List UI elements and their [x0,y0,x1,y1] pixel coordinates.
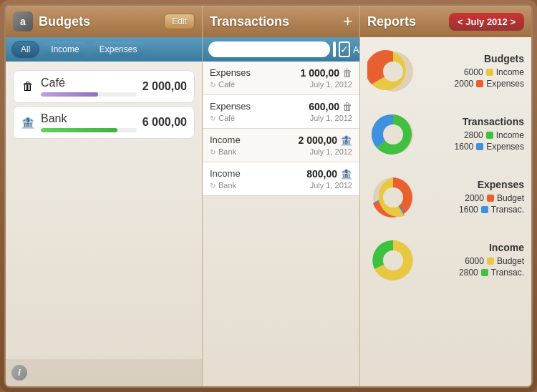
transaction-amount-row-2: 600,00 🗑 [309,101,352,112]
tab-all[interactable]: All [11,41,39,58]
bottom-info: i [6,359,202,386]
legend-transactions-expenses: 1600 Expenses [425,142,524,152]
transaction-source-3: ↻ Bank [210,147,236,156]
bank-sync-icon-3: 🏦 [340,134,352,146]
edit-button[interactable]: Edit [164,14,195,29]
budget-bar-fill-bank [41,128,117,132]
transaction-bottom-3: ↻ Bank July 1, 2012 [210,147,352,156]
legend-dot-income-budget [487,258,494,265]
transaction-top-1: Expenses 1 000,00 🗑 [210,67,352,79]
budget-bar-bank [41,128,137,132]
legend-dot-budgets-income [486,69,493,76]
budget-bar-fill-cafe [41,92,98,97]
transaction-amount-2: 600,00 [309,101,339,112]
budget-item-bank[interactable]: 🏦 Bank 6 000,00 [13,106,195,139]
transaction-date-3: July 1, 2012 [310,147,352,156]
info-icon[interactable]: i [11,365,27,381]
pie-transactions [367,109,419,160]
budgets-header: a Budgets Edit [6,6,202,37]
report-section-budgets: Budgets 6000 Income 2000 Expenses [364,43,527,100]
legend-transactions-income: 2800 Income [425,130,524,140]
transaction-date-4: July 1, 2012 [310,181,352,190]
budget-name-cafe: Café [41,77,137,89]
budgets-title: Budgets [39,14,90,29]
budgets-panel: a Budgets Edit All Income Expenses 🗑 Caf… [6,6,203,386]
budget-info-bank: Bank [41,112,137,132]
month-nav-button[interactable]: < July 2012 > [449,13,524,31]
budget-item-cafe[interactable]: 🗑 Café 2 000,00 [13,70,195,103]
transaction-item-4[interactable]: Income 800,00 🏦 ↻ Bank July 1, 2012 [203,162,359,196]
transaction-bottom-4: ↻ Bank July 1, 2012 [210,181,352,190]
transaction-item-1[interactable]: Expenses 1 000,00 🗑 ↻ Café July 1, 2012 [203,62,359,95]
legend-expenses-transac: 1600 Transac. [425,205,524,215]
budgets-list: 🗑 Café 2 000,00 🏦 Bank [6,62,202,359]
transaction-amount-3: 2 000,00 [299,134,338,146]
trash-icon-2[interactable]: 🗑 [342,101,352,112]
report-legend-income: Income 6000 Budget 2800 Transac. [419,242,524,279]
transaction-date-2: July 1, 2012 [310,114,352,122]
reports-title: Reports [367,14,416,29]
cafe-icon: 🗑 [21,79,35,94]
budget-name-bank: Bank [41,112,137,125]
transaction-source-2: ↻ Café [210,114,235,122]
transaction-top-4: Income 800,00 🏦 [210,168,352,180]
svg-point-1 [383,62,403,82]
pie-budgets [367,46,419,97]
legend-expenses-budget: 2000 Budget [425,193,524,203]
add-transaction-button[interactable]: + [343,14,352,29]
report-section-expenses: Expenses 2000 Budget 1600 Transac. [364,169,527,226]
transaction-item-2[interactable]: Expenses 600,00 🗑 ↻ Café July 1, 2012 [203,95,359,129]
transaction-bottom-1: ↻ Café July 1, 2012 [210,80,352,89]
report-section-income: Income 6000 Budget 2800 Transac. [364,232,527,289]
report-legend-transactions: Transactions 2800 Income 1600 Expenses [419,116,524,153]
tab-income[interactable]: Income [42,41,87,57]
transaction-item-3[interactable]: Income 2 000,00 🏦 ↻ Bank July 1, 2012 [203,129,359,162]
search-input[interactable] [208,41,330,57]
legend-income-transac: 2800 Transac. [425,268,524,278]
legend-dot-budgets-expenses [476,80,483,87]
report-section-title-budgets: Budgets [425,53,524,64]
transaction-source-4: ↻ Bank [210,181,236,190]
budget-amount-bank: 6 000,00 [142,116,187,129]
check-icon[interactable]: ✓ [339,41,350,57]
svg-point-5 [383,187,403,207]
transactions-panel: Transactions + ✓ All Expenses 1 000,00 🗑 [203,6,360,386]
trash-icon-1[interactable]: 🗑 [342,67,352,79]
budget-amount-cafe: 2 000,00 [142,80,187,93]
app-icon: a [13,11,33,31]
pie-expenses [367,172,419,223]
report-section-title-income: Income [425,242,524,253]
bank-sync-icon-4: 🏦 [340,168,352,180]
legend-budgets-expenses: 2000 Expenses [425,79,524,89]
reports-content: Budgets 6000 Income 2000 Expenses [360,37,531,386]
transaction-type-4: Income [210,168,241,179]
transaction-source-1: ↻ Café [210,80,235,89]
transactions-title: Transactions [210,14,289,29]
report-section-title-expenses: Expenses [425,179,524,190]
reports-panel: Reports < July 2012 > [360,6,531,386]
transactions-list: Expenses 1 000,00 🗑 ↻ Café July 1, 2012 [203,62,359,386]
transaction-top-3: Income 2 000,00 🏦 [210,134,352,146]
app-container: a Budgets Edit All Income Expenses 🗑 Caf… [0,0,537,392]
legend-dot-income-transac [481,269,488,276]
transaction-date-1: July 1, 2012 [310,80,352,89]
transaction-amount-row-1: 1 000,00 🗑 [301,67,353,79]
legend-budgets-income: 6000 Income [425,67,524,77]
report-legend-expenses: Expenses 2000 Budget 1600 Transac. [419,179,524,216]
bank-icon: 🏦 [21,115,35,129]
transaction-type-1: Expenses [210,67,251,78]
legend-income-budget: 6000 Budget [425,256,524,266]
transaction-amount-row-3: 2 000,00 🏦 [299,134,353,146]
svg-point-3 [383,124,403,144]
square-icon[interactable] [333,41,336,57]
reports-header: Reports < July 2012 > [360,6,531,37]
transactions-search-bar: ✓ All [203,37,359,62]
budget-info-cafe: Café [41,77,137,97]
legend-dot-transactions-expenses [476,143,483,150]
svg-point-7 [383,250,403,270]
transaction-type-2: Expenses [210,101,251,112]
budget-bar-cafe [41,92,137,97]
pie-income [367,235,419,286]
transaction-type-3: Income [210,134,241,145]
tab-expenses[interactable]: Expenses [91,41,146,57]
